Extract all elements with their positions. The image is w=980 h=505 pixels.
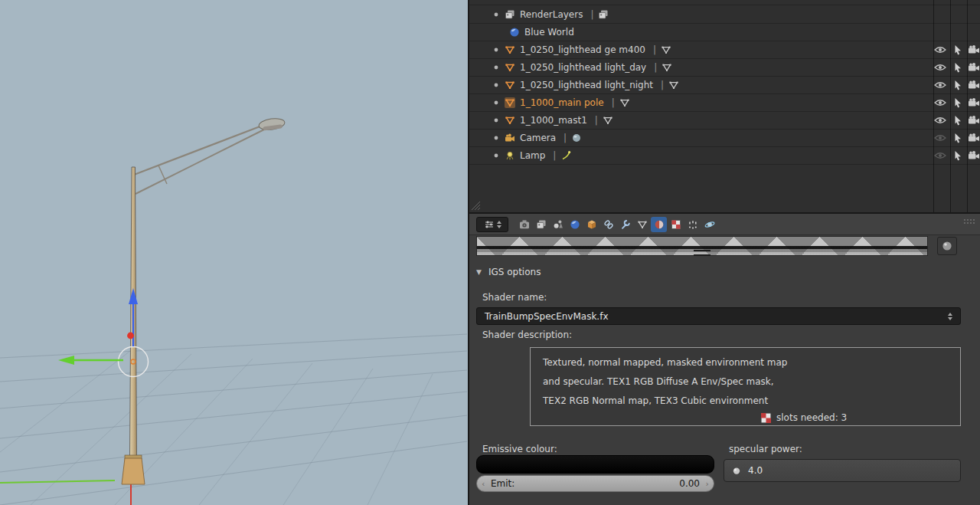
mesh-icon (505, 115, 515, 126)
tab-material[interactable] (651, 217, 667, 232)
tab-particles[interactable] (684, 217, 701, 232)
mesh-data-icon (661, 44, 671, 55)
slots-needed-text: slots needed: 3 (776, 412, 847, 423)
renderlayers-data-icon (598, 9, 609, 20)
dot-icon (492, 81, 500, 89)
cursor-icon[interactable] (953, 80, 962, 90)
camera-restrict-icon[interactable] (968, 45, 980, 54)
blender-window: Scene RenderLayers | Blue World 1_0250_l… (0, 0, 980, 505)
cursor-icon[interactable] (953, 44, 962, 55)
tab-object-data[interactable] (634, 217, 650, 232)
outliner-row-mesh[interactable]: 1_0250_lighthead ge m400 | (469, 41, 980, 59)
separator: | (595, 115, 598, 126)
tab-scene[interactable] (550, 217, 566, 232)
editor-type-dropdown[interactable] (476, 217, 508, 232)
chevron-up-icon (497, 221, 501, 224)
viewport-canvas (0, 0, 468, 505)
shader-description-label: Shader description: (482, 330, 572, 340)
separator: | (653, 44, 656, 55)
panel-drag-handle[interactable] (694, 250, 710, 256)
outliner-panel[interactable]: Scene RenderLayers | Blue World 1_0250_l… (468, 0, 980, 212)
camera-restrict-icon[interactable] (968, 98, 980, 107)
mesh-icon (505, 97, 515, 108)
tab-texture[interactable] (668, 217, 684, 232)
world-icon (509, 27, 520, 38)
emit-label: Emit: (491, 478, 514, 489)
lamp-head (258, 117, 286, 132)
separator: | (654, 62, 657, 73)
igs-options-panel-header[interactable]: ▼ IGS options (476, 264, 961, 280)
description-line: and specular. TEX1 RGB Diffuse A Env/Spe… (543, 372, 960, 392)
lamp-post-model[interactable] (122, 117, 286, 484)
eye-icon[interactable] (934, 116, 946, 124)
object-name: Scene (494, 0, 522, 2)
tab-modifiers[interactable] (617, 217, 633, 232)
mesh-data-tab-icon (637, 219, 648, 230)
tab-object[interactable] (583, 217, 599, 232)
specular-power-field[interactable]: 4.0 (724, 459, 961, 482)
shader-name-dropdown[interactable]: TrainBumpSpecEnvMask.fx (476, 307, 961, 325)
outliner-row-mesh-selected[interactable]: 1_1000_main pole | (469, 94, 980, 112)
material-preview[interactable] (476, 236, 928, 256)
mesh-data-icon (619, 97, 630, 108)
eye-icon[interactable] (934, 99, 946, 107)
outliner-row-renderlayers[interactable]: RenderLayers | (469, 6, 980, 24)
texture-slot-icon (761, 413, 771, 423)
properties-panel[interactable]: ▼ IGS options Shader name: TrainBumpSpec… (468, 212, 980, 505)
separator: | (553, 150, 556, 161)
tab-physics[interactable] (701, 217, 717, 232)
eye-icon[interactable] (934, 134, 946, 142)
tab-render-layers[interactable] (533, 217, 549, 232)
eye-icon[interactable] (934, 81, 946, 89)
gizmo-z-arrowhead[interactable] (129, 288, 138, 304)
mesh-data-icon (668, 80, 679, 90)
object-name: 1_0250_lighthead ge m400 (520, 44, 645, 55)
cursor-icon[interactable] (953, 62, 962, 73)
outliner-row-mesh[interactable]: 1_1000_mast1 | (469, 112, 980, 130)
specular-value: 4.0 (748, 465, 763, 476)
slider-left-arrow-icon[interactable]: ‹ (482, 479, 485, 489)
camera-restrict-icon[interactable] (968, 63, 980, 72)
eye-icon[interactable] (934, 46, 946, 54)
preview-sphere-button[interactable] (937, 237, 957, 255)
mesh-icon (505, 44, 515, 55)
collapse-triangle-icon[interactable]: ▼ (476, 268, 482, 276)
tab-render[interactable] (516, 217, 532, 232)
cursor-icon[interactable] (953, 115, 962, 126)
render-icon (519, 219, 530, 230)
eye-icon[interactable] (934, 64, 946, 71)
3d-viewport[interactable] (0, 0, 468, 505)
mesh-icon (505, 62, 515, 73)
cursor-icon[interactable] (953, 97, 962, 108)
column-divider (950, 0, 951, 212)
dropdown-arrows-icon (948, 313, 952, 320)
camera-restrict-icon[interactable] (968, 80, 980, 90)
camera-restrict-icon[interactable] (968, 151, 980, 160)
texture-checker-icon (671, 219, 681, 230)
panel-grip-icon[interactable] (963, 218, 977, 225)
lamp-data-icon (560, 150, 571, 161)
outliner-row-scene[interactable]: Scene (469, 0, 980, 5)
world-tab-icon (570, 219, 580, 230)
camera-restrict-icon[interactable] (968, 133, 980, 143)
dot-icon (492, 64, 500, 71)
gizmo-y-arrowhead[interactable] (58, 356, 74, 365)
cursor-icon[interactable] (953, 133, 962, 143)
physics-icon (704, 219, 715, 230)
cursor-icon[interactable] (953, 150, 962, 161)
slider-right-arrow-icon[interactable]: › (706, 479, 709, 489)
tab-world[interactable] (567, 217, 583, 232)
panel-title: IGS options (488, 267, 541, 277)
eye-icon[interactable] (934, 152, 946, 159)
outliner-row-world[interactable]: Blue World (469, 24, 980, 41)
outliner-row-mesh[interactable]: 1_0250_lighthead light_night | (469, 77, 980, 94)
editor-resize-grip[interactable] (470, 200, 482, 212)
emit-slider[interactable]: ‹ Emit: 0.00 › (476, 475, 714, 492)
tab-constraints[interactable] (600, 217, 616, 232)
outliner-row-mesh[interactable]: 1_0250_lighthead light_day | (469, 59, 980, 77)
camera-restrict-icon[interactable] (968, 116, 980, 125)
outliner-row-camera[interactable]: Camera | (469, 130, 980, 147)
outliner-row-lamp[interactable]: Lamp | (469, 147, 980, 165)
shader-description-box: Textured, normal mapped, masked environm… (530, 347, 961, 426)
emissive-colour-swatch[interactable] (476, 455, 714, 474)
